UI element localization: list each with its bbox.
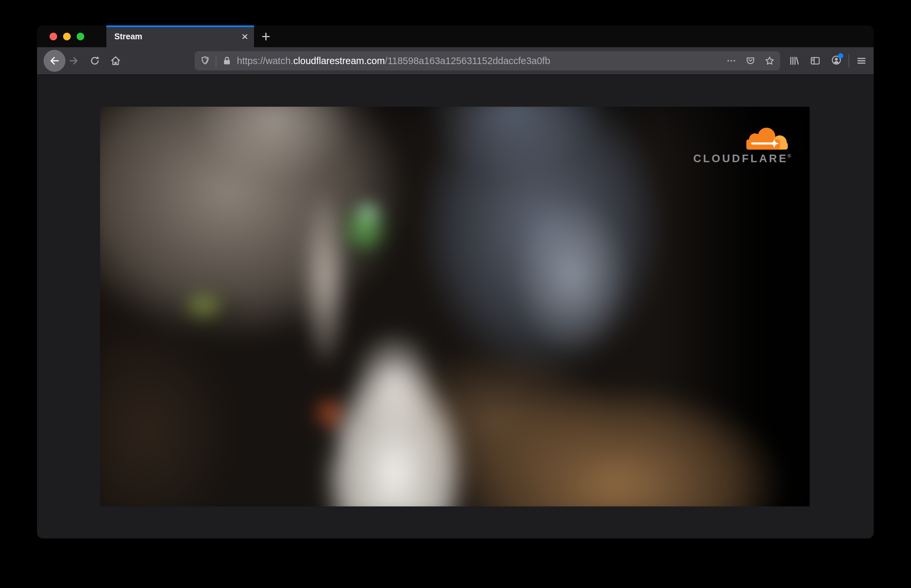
bookmark-star-icon[interactable]: [764, 55, 775, 66]
browser-window: Stream × +: [37, 26, 874, 538]
page-actions-icon[interactable]: [726, 55, 737, 66]
urlbar-divider: [216, 55, 216, 67]
back-button[interactable]: [44, 50, 65, 72]
url-scheme: https://watch.: [237, 55, 293, 66]
url-domain: cloudflarestream.com: [293, 55, 385, 66]
url-text[interactable]: https://watch.cloudflarestream.com/11859…: [237, 55, 550, 66]
url-bar[interactable]: https://watch.cloudflarestream.com/11859…: [195, 51, 780, 70]
screen: Stream × +: [0, 0, 911, 588]
tab-title: Stream: [114, 32, 142, 41]
tab-bar: Stream × +: [37, 26, 874, 47]
active-tab-indicator: [107, 26, 254, 27]
page-content: CLOUDFLARE®: [37, 75, 874, 538]
pocket-icon[interactable]: [745, 55, 756, 66]
cloudflare-logo: CLOUDFLARE®: [693, 126, 791, 165]
account-button[interactable]: [831, 55, 842, 67]
lock-icon[interactable]: [221, 55, 232, 66]
urlbar-actions: [726, 55, 775, 66]
navigation-toolbar: https://watch.cloudflarestream.com/11859…: [37, 47, 874, 75]
back-icon: [48, 55, 60, 67]
shield-icon[interactable]: [200, 55, 210, 66]
library-icon[interactable]: [788, 55, 800, 66]
menu-button[interactable]: [856, 55, 867, 66]
close-window-button[interactable]: [50, 33, 57, 40]
home-button[interactable]: [110, 55, 121, 66]
toolbar-divider: [848, 54, 849, 67]
notification-dot: [838, 53, 843, 58]
tab-stream[interactable]: Stream ×: [107, 26, 254, 47]
forward-button[interactable]: [68, 55, 79, 66]
new-tab-button[interactable]: +: [255, 26, 277, 47]
url-path: /118598a163a125631152ddaccfe3a0fb: [385, 55, 550, 66]
tab-close-icon[interactable]: ×: [241, 31, 248, 42]
window-controls: [50, 26, 84, 47]
minimize-window-button[interactable]: [63, 33, 71, 40]
sidebar-icon[interactable]: [809, 55, 821, 66]
fullscreen-window-button[interactable]: [77, 33, 84, 40]
cloudflare-cloud-icon: [740, 126, 789, 150]
cloudflare-wordmark: CLOUDFLARE®: [693, 152, 791, 165]
reload-button[interactable]: [89, 55, 100, 66]
video-player[interactable]: CLOUDFLARE®: [100, 107, 809, 506]
video-frame-cat: [100, 107, 809, 506]
